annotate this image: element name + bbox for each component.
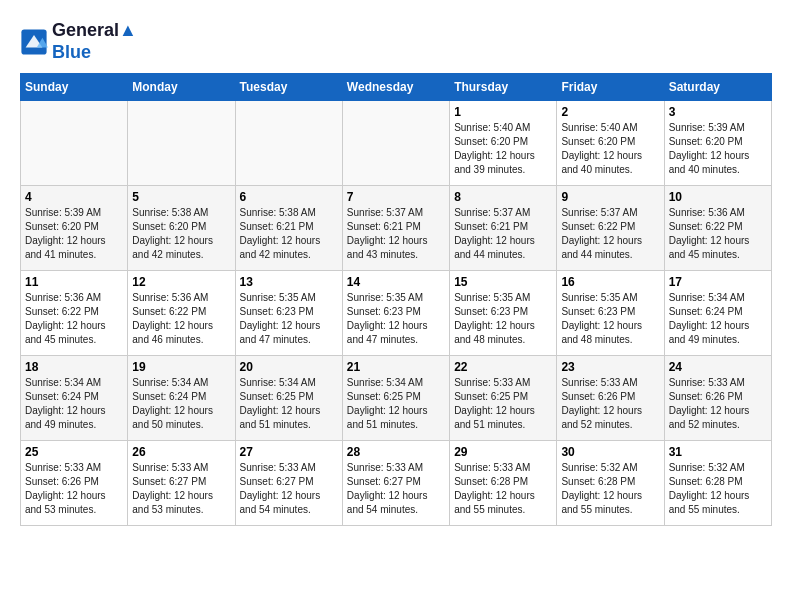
day-cell: 15 Sunrise: 5:35 AM Sunset: 6:23 PM Dayl…: [450, 271, 557, 356]
day-info: Sunrise: 5:37 AM Sunset: 6:21 PM Dayligh…: [454, 206, 552, 262]
day-cell: 29 Sunrise: 5:33 AM Sunset: 6:28 PM Dayl…: [450, 441, 557, 526]
day-info: Sunrise: 5:36 AM Sunset: 6:22 PM Dayligh…: [25, 291, 123, 347]
day-info: Sunrise: 5:39 AM Sunset: 6:20 PM Dayligh…: [669, 121, 767, 177]
day-info: Sunrise: 5:33 AM Sunset: 6:27 PM Dayligh…: [132, 461, 230, 517]
day-number: 27: [240, 445, 338, 459]
day-cell: [21, 101, 128, 186]
header-wednesday: Wednesday: [342, 74, 449, 101]
day-cell: 5 Sunrise: 5:38 AM Sunset: 6:20 PM Dayli…: [128, 186, 235, 271]
logo-text: General▲ Blue: [52, 20, 137, 63]
day-info: Sunrise: 5:32 AM Sunset: 6:28 PM Dayligh…: [669, 461, 767, 517]
day-cell: 6 Sunrise: 5:38 AM Sunset: 6:21 PM Dayli…: [235, 186, 342, 271]
day-cell: [128, 101, 235, 186]
day-number: 12: [132, 275, 230, 289]
header-tuesday: Tuesday: [235, 74, 342, 101]
day-cell: 25 Sunrise: 5:33 AM Sunset: 6:26 PM Dayl…: [21, 441, 128, 526]
day-number: 31: [669, 445, 767, 459]
day-info: Sunrise: 5:36 AM Sunset: 6:22 PM Dayligh…: [132, 291, 230, 347]
day-cell: 28 Sunrise: 5:33 AM Sunset: 6:27 PM Dayl…: [342, 441, 449, 526]
day-number: 26: [132, 445, 230, 459]
day-cell: 10 Sunrise: 5:36 AM Sunset: 6:22 PM Dayl…: [664, 186, 771, 271]
day-number: 21: [347, 360, 445, 374]
page-header: General▲ Blue: [20, 20, 772, 63]
day-info: Sunrise: 5:33 AM Sunset: 6:27 PM Dayligh…: [347, 461, 445, 517]
day-cell: [342, 101, 449, 186]
day-number: 4: [25, 190, 123, 204]
day-cell: 17 Sunrise: 5:34 AM Sunset: 6:24 PM Dayl…: [664, 271, 771, 356]
day-number: 25: [25, 445, 123, 459]
day-number: 22: [454, 360, 552, 374]
day-info: Sunrise: 5:36 AM Sunset: 6:22 PM Dayligh…: [669, 206, 767, 262]
day-cell: 9 Sunrise: 5:37 AM Sunset: 6:22 PM Dayli…: [557, 186, 664, 271]
day-info: Sunrise: 5:39 AM Sunset: 6:20 PM Dayligh…: [25, 206, 123, 262]
day-cell: 12 Sunrise: 5:36 AM Sunset: 6:22 PM Dayl…: [128, 271, 235, 356]
day-info: Sunrise: 5:38 AM Sunset: 6:21 PM Dayligh…: [240, 206, 338, 262]
day-info: Sunrise: 5:35 AM Sunset: 6:23 PM Dayligh…: [347, 291, 445, 347]
header-monday: Monday: [128, 74, 235, 101]
day-info: Sunrise: 5:35 AM Sunset: 6:23 PM Dayligh…: [454, 291, 552, 347]
day-number: 23: [561, 360, 659, 374]
day-number: 13: [240, 275, 338, 289]
day-cell: 18 Sunrise: 5:34 AM Sunset: 6:24 PM Dayl…: [21, 356, 128, 441]
day-cell: 11 Sunrise: 5:36 AM Sunset: 6:22 PM Dayl…: [21, 271, 128, 356]
day-cell: 21 Sunrise: 5:34 AM Sunset: 6:25 PM Dayl…: [342, 356, 449, 441]
day-cell: 20 Sunrise: 5:34 AM Sunset: 6:25 PM Dayl…: [235, 356, 342, 441]
day-cell: 7 Sunrise: 5:37 AM Sunset: 6:21 PM Dayli…: [342, 186, 449, 271]
day-info: Sunrise: 5:34 AM Sunset: 6:24 PM Dayligh…: [669, 291, 767, 347]
header-friday: Friday: [557, 74, 664, 101]
day-cell: 3 Sunrise: 5:39 AM Sunset: 6:20 PM Dayli…: [664, 101, 771, 186]
day-cell: 2 Sunrise: 5:40 AM Sunset: 6:20 PM Dayli…: [557, 101, 664, 186]
day-number: 17: [669, 275, 767, 289]
day-cell: 8 Sunrise: 5:37 AM Sunset: 6:21 PM Dayli…: [450, 186, 557, 271]
day-info: Sunrise: 5:35 AM Sunset: 6:23 PM Dayligh…: [240, 291, 338, 347]
day-cell: 13 Sunrise: 5:35 AM Sunset: 6:23 PM Dayl…: [235, 271, 342, 356]
day-number: 24: [669, 360, 767, 374]
day-info: Sunrise: 5:40 AM Sunset: 6:20 PM Dayligh…: [454, 121, 552, 177]
day-number: 16: [561, 275, 659, 289]
day-cell: 27 Sunrise: 5:33 AM Sunset: 6:27 PM Dayl…: [235, 441, 342, 526]
day-cell: 24 Sunrise: 5:33 AM Sunset: 6:26 PM Dayl…: [664, 356, 771, 441]
header-row: SundayMondayTuesdayWednesdayThursdayFrid…: [21, 74, 772, 101]
calendar-table: SundayMondayTuesdayWednesdayThursdayFrid…: [20, 73, 772, 526]
day-info: Sunrise: 5:34 AM Sunset: 6:24 PM Dayligh…: [25, 376, 123, 432]
day-number: 7: [347, 190, 445, 204]
day-cell: 23 Sunrise: 5:33 AM Sunset: 6:26 PM Dayl…: [557, 356, 664, 441]
day-info: Sunrise: 5:33 AM Sunset: 6:27 PM Dayligh…: [240, 461, 338, 517]
day-info: Sunrise: 5:33 AM Sunset: 6:26 PM Dayligh…: [669, 376, 767, 432]
day-cell: 31 Sunrise: 5:32 AM Sunset: 6:28 PM Dayl…: [664, 441, 771, 526]
day-info: Sunrise: 5:33 AM Sunset: 6:26 PM Dayligh…: [25, 461, 123, 517]
day-number: 3: [669, 105, 767, 119]
day-cell: 30 Sunrise: 5:32 AM Sunset: 6:28 PM Dayl…: [557, 441, 664, 526]
day-info: Sunrise: 5:33 AM Sunset: 6:28 PM Dayligh…: [454, 461, 552, 517]
day-number: 29: [454, 445, 552, 459]
day-cell: 26 Sunrise: 5:33 AM Sunset: 6:27 PM Dayl…: [128, 441, 235, 526]
day-number: 5: [132, 190, 230, 204]
day-number: 30: [561, 445, 659, 459]
header-sunday: Sunday: [21, 74, 128, 101]
day-info: Sunrise: 5:34 AM Sunset: 6:24 PM Dayligh…: [132, 376, 230, 432]
day-info: Sunrise: 5:37 AM Sunset: 6:22 PM Dayligh…: [561, 206, 659, 262]
logo: General▲ Blue: [20, 20, 137, 63]
day-info: Sunrise: 5:40 AM Sunset: 6:20 PM Dayligh…: [561, 121, 659, 177]
day-info: Sunrise: 5:34 AM Sunset: 6:25 PM Dayligh…: [347, 376, 445, 432]
week-row-3: 11 Sunrise: 5:36 AM Sunset: 6:22 PM Dayl…: [21, 271, 772, 356]
week-row-4: 18 Sunrise: 5:34 AM Sunset: 6:24 PM Dayl…: [21, 356, 772, 441]
day-number: 20: [240, 360, 338, 374]
week-row-5: 25 Sunrise: 5:33 AM Sunset: 6:26 PM Dayl…: [21, 441, 772, 526]
day-number: 8: [454, 190, 552, 204]
day-cell: 1 Sunrise: 5:40 AM Sunset: 6:20 PM Dayli…: [450, 101, 557, 186]
day-number: 14: [347, 275, 445, 289]
day-number: 15: [454, 275, 552, 289]
day-cell: 16 Sunrise: 5:35 AM Sunset: 6:23 PM Dayl…: [557, 271, 664, 356]
day-cell: 19 Sunrise: 5:34 AM Sunset: 6:24 PM Dayl…: [128, 356, 235, 441]
day-info: Sunrise: 5:38 AM Sunset: 6:20 PM Dayligh…: [132, 206, 230, 262]
day-info: Sunrise: 5:34 AM Sunset: 6:25 PM Dayligh…: [240, 376, 338, 432]
day-number: 19: [132, 360, 230, 374]
day-cell: 22 Sunrise: 5:33 AM Sunset: 6:25 PM Dayl…: [450, 356, 557, 441]
day-cell: [235, 101, 342, 186]
week-row-2: 4 Sunrise: 5:39 AM Sunset: 6:20 PM Dayli…: [21, 186, 772, 271]
day-info: Sunrise: 5:33 AM Sunset: 6:25 PM Dayligh…: [454, 376, 552, 432]
day-info: Sunrise: 5:37 AM Sunset: 6:21 PM Dayligh…: [347, 206, 445, 262]
week-row-1: 1 Sunrise: 5:40 AM Sunset: 6:20 PM Dayli…: [21, 101, 772, 186]
day-number: 9: [561, 190, 659, 204]
